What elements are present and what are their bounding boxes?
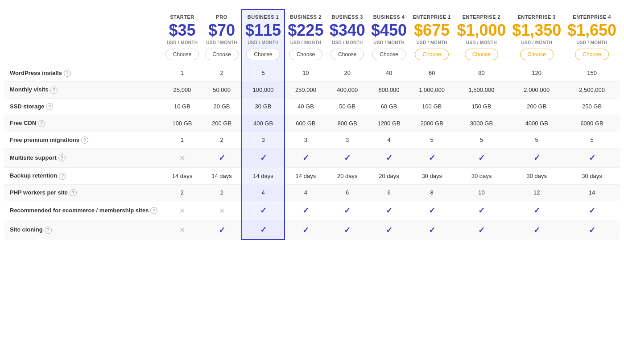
cell-5-4: ✓ — [326, 149, 368, 168]
cell-2-3: 40 GB — [285, 98, 326, 115]
plan-unit-enterprise1: USD / MONTH — [413, 40, 451, 45]
cell-0-9: 150 — [564, 65, 620, 82]
checkmark-icon: ✓ — [302, 153, 309, 162]
help-icon[interactable]: ? — [81, 136, 88, 144]
help-icon[interactable]: ? — [64, 70, 71, 77]
plan-header-pro: PRO$70USD / MONTHChoose — [202, 9, 242, 65]
cell-6-2: 14 days — [242, 168, 284, 185]
cell-3-7: 3000 GB — [454, 115, 509, 132]
cell-3-9: 6000 GB — [564, 115, 620, 132]
cell-2-2: 30 GB — [242, 98, 284, 115]
choose-button-business4[interactable]: Choose — [372, 49, 405, 60]
cell-0-0: 1 — [162, 65, 202, 82]
choose-button-business3[interactable]: Choose — [331, 49, 364, 60]
cell-4-0: 1 — [162, 132, 202, 149]
help-icon[interactable]: ? — [59, 173, 66, 180]
help-icon[interactable]: ? — [70, 189, 77, 196]
plan-header-business2: BUSINESS 2$225USD / MONTHChoose — [285, 9, 326, 65]
checkmark-icon: ✓ — [429, 226, 435, 235]
feature-text: WordPress installs — [10, 70, 62, 76]
help-icon[interactable]: ? — [38, 120, 45, 127]
checkmark-icon: ✓ — [386, 153, 393, 162]
cell-8-2: ✓ — [242, 201, 284, 220]
cell-0-3: 10 — [285, 65, 326, 82]
plan-header-business3: BUSINESS 3$340USD / MONTHChoose — [326, 9, 368, 65]
plan-header-row: STARTER$35USD / MONTHChoosePRO$70USD / M… — [4, 9, 620, 65]
cell-9-9: ✓ — [564, 220, 620, 240]
checkmark-icon: ✓ — [589, 226, 595, 235]
cross-icon: ✕ — [219, 207, 225, 215]
cell-9-4: ✓ — [326, 220, 368, 240]
choose-button-business2[interactable]: Choose — [289, 49, 322, 60]
feature-row: SSD storage?10 GB20 GB30 GB40 GB50 GB60 … — [4, 98, 620, 115]
cell-5-2: ✓ — [242, 149, 284, 168]
choose-button-enterprise4[interactable]: Choose — [575, 49, 608, 60]
cell-8-6: ✓ — [410, 201, 454, 220]
cell-0-7: 80 — [454, 65, 509, 82]
cell-8-0: ✕ — [162, 201, 202, 220]
plan-name-pro: PRO — [205, 14, 239, 20]
cell-6-5: 20 days — [368, 168, 409, 185]
checkmark-icon: ✓ — [386, 206, 393, 215]
cell-7-3: 4 — [285, 184, 326, 201]
choose-button-enterprise1[interactable]: Choose — [415, 49, 448, 60]
choose-button-enterprise2[interactable]: Choose — [465, 49, 498, 60]
help-icon[interactable]: ? — [46, 103, 53, 110]
cell-9-3: ✓ — [285, 220, 326, 240]
feature-row: Monthly visits?25,00050,000100,000250,00… — [4, 82, 620, 99]
feature-label-9: Site cloning? — [4, 220, 162, 240]
cell-2-1: 20 GB — [202, 98, 242, 115]
cell-3-3: 600 GB — [285, 115, 326, 132]
plan-header-enterprise1: ENTERPRISE 1$675USD / MONTHChoose — [410, 9, 454, 65]
choose-button-pro[interactable]: Choose — [205, 49, 238, 60]
feature-row: Site cloning?✕✓✓✓✓✓✓✓✓✓ — [4, 220, 620, 240]
cell-8-7: ✓ — [454, 201, 509, 220]
plan-unit-business2: USD / MONTH — [288, 40, 324, 45]
feature-text: Monthly visits — [10, 86, 49, 93]
cell-5-1: ✓ — [202, 149, 242, 168]
checkmark-icon: ✓ — [589, 206, 595, 215]
cell-6-6: 30 days — [410, 168, 454, 185]
choose-button-enterprise3[interactable]: Choose — [520, 49, 554, 60]
feature-label-6: Backup retention? — [4, 168, 162, 185]
plan-header-enterprise2: ENTERPRISE 2$1,000USD / MONTHChoose — [454, 9, 509, 65]
cell-1-4: 400,000 — [326, 82, 368, 99]
feature-column-header — [4, 9, 162, 65]
plan-name-enterprise3: ENTERPRISE 3 — [512, 14, 562, 20]
plan-name-starter: STARTER — [165, 14, 199, 20]
cell-8-1: ✕ — [202, 201, 242, 220]
cell-7-5: 6 — [368, 184, 409, 201]
feature-label-8: Recommended for ecommerce / membership s… — [4, 201, 162, 220]
feature-row: WordPress installs?1251020406080120150 — [4, 65, 620, 82]
choose-button-starter[interactable]: Choose — [165, 49, 199, 60]
cell-0-4: 20 — [326, 65, 368, 82]
feature-text: Recommended for ecommerce / membership s… — [10, 207, 149, 214]
cell-1-1: 50,000 — [202, 82, 242, 99]
choose-button-business1[interactable]: Choose — [246, 49, 280, 60]
cell-7-9: 14 — [564, 184, 620, 201]
cell-4-1: 2 — [202, 132, 242, 149]
plan-price-enterprise1: $675 — [413, 21, 451, 39]
feature-label-4: Free premium migrations? — [4, 132, 162, 149]
cell-3-0: 100 GB — [162, 115, 202, 132]
plan-price-business4: $450 — [371, 21, 407, 39]
cell-3-8: 4000 GB — [509, 115, 564, 132]
cell-9-1: ✓ — [202, 220, 242, 240]
cell-4-8: 5 — [509, 132, 564, 149]
help-icon[interactable]: ? — [50, 87, 58, 94]
cell-9-8: ✓ — [509, 220, 564, 240]
cell-8-8: ✓ — [509, 201, 564, 220]
plan-unit-enterprise4: USD / MONTH — [567, 40, 617, 45]
feature-text: Free CDN — [10, 120, 36, 126]
cell-4-4: 3 — [326, 132, 368, 149]
cell-1-3: 250,000 — [285, 82, 326, 99]
help-icon[interactable]: ? — [150, 207, 157, 214]
cell-7-0: 2 — [162, 184, 202, 201]
cell-9-7: ✓ — [454, 220, 509, 240]
help-icon[interactable]: ? — [45, 227, 52, 234]
help-icon[interactable]: ? — [58, 154, 66, 161]
plan-price-business2: $225 — [288, 21, 324, 39]
cell-4-9: 5 — [564, 132, 620, 149]
feature-label-1: Monthly visits? — [4, 82, 162, 99]
cell-6-3: 14 days — [285, 168, 326, 185]
